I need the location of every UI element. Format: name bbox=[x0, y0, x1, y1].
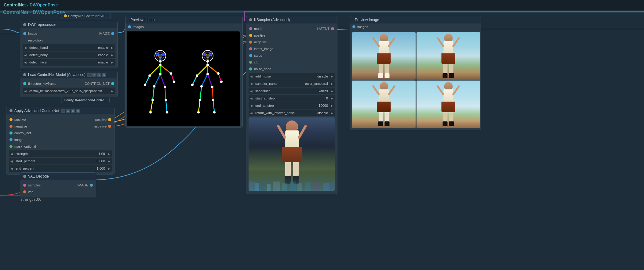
apply-controlnet-dot bbox=[9, 109, 13, 112]
badge-icon-2: A bbox=[92, 73, 96, 77]
sampler-name-right[interactable]: ▶ bbox=[329, 82, 335, 85]
apply-positive-out: positive bbox=[95, 118, 111, 121]
ksampler-dot bbox=[249, 18, 252, 21]
apply-badge-2: A bbox=[66, 109, 70, 113]
load-controlnet-node: Load ControlNet Model (Advanced) ⬛ A C N… bbox=[20, 71, 118, 97]
svg-point-40 bbox=[158, 54, 162, 58]
ksampler-start-at-step[interactable]: ◀ start_at_step 0 ▶ bbox=[249, 95, 335, 102]
svg-point-55 bbox=[196, 74, 198, 77]
detect-body-left-arrow[interactable]: ◀ bbox=[23, 53, 28, 57]
girl-tl-skirt bbox=[377, 53, 391, 64]
detect-hand-value: enable bbox=[94, 46, 109, 49]
model-right-arrow[interactable]: ▶ bbox=[109, 89, 115, 93]
dwpreprocessor-detect-hand[interactable]: ◀ detect_hand enable ▶ bbox=[23, 44, 115, 51]
preview-2-images-label: images bbox=[357, 25, 368, 29]
add-noise-right[interactable]: ▶ bbox=[329, 75, 335, 78]
preview-1-images-port bbox=[128, 25, 131, 28]
svg-point-32 bbox=[151, 99, 154, 101]
start-label: start_percent bbox=[14, 159, 91, 163]
noise-bottom bbox=[249, 182, 335, 191]
detect-face-right-arrow[interactable]: ▶ bbox=[109, 61, 115, 64]
detect-face-value: enable bbox=[94, 60, 109, 64]
start-step-value: 0 bbox=[314, 96, 329, 100]
detect-body-label: detect_body bbox=[28, 53, 94, 57]
noise-svg bbox=[249, 182, 335, 191]
start-right-arrow[interactable]: ▶ bbox=[106, 160, 112, 163]
apply-badge-1: ⬛ bbox=[61, 109, 65, 113]
dwpreprocessor-detect-body[interactable]: ◀ detect_body enable ▶ bbox=[23, 52, 115, 58]
preview-1-title: Preview Image bbox=[130, 18, 155, 22]
ksampler-header: KSampler (Advanced) bbox=[246, 16, 337, 23]
vae-vae-port bbox=[23, 190, 26, 193]
ksampler-positive-row: positive bbox=[246, 32, 337, 39]
svg-point-27 bbox=[170, 72, 172, 75]
dwpreprocessor-resolution-row: resolution bbox=[20, 37, 117, 44]
end-left-arrow[interactable]: ◀ bbox=[9, 167, 14, 170]
scheduler-right[interactable]: ▶ bbox=[329, 89, 335, 93]
end-step-left[interactable]: ◀ bbox=[249, 104, 254, 107]
apply-image-row: image bbox=[6, 136, 114, 143]
return-noise-label: return_with_leftover_noise bbox=[254, 111, 314, 115]
apply-positive-in-port bbox=[9, 118, 13, 121]
vae-decode-title: VAE Decode bbox=[28, 174, 49, 178]
load-controlnet-output: CONTROL_NET bbox=[85, 82, 114, 85]
ksampler-add-noise[interactable]: ◀ add_noise disable ▶ bbox=[249, 73, 335, 80]
ksampler-seed-label: noise_seed bbox=[254, 67, 271, 71]
svg-point-36 bbox=[156, 53, 159, 56]
ksampler-generated-image bbox=[249, 117, 335, 191]
start-left-arrow[interactable]: ◀ bbox=[9, 160, 14, 163]
boot-tl-r bbox=[385, 73, 390, 78]
load-controlnet-model-ctrl[interactable]: ◀ control_net models/control_v11p_sd15_o… bbox=[23, 88, 115, 94]
girl-br-body bbox=[443, 89, 453, 102]
girl-tr-boots bbox=[440, 73, 457, 78]
end-right-arrow[interactable]: ▶ bbox=[106, 167, 112, 170]
comfy-advanced-label1: ComfyUI-Advanced-Contro... bbox=[64, 98, 107, 102]
apply-controlnet-port-label: control_net bbox=[14, 131, 31, 135]
detect-body-right-arrow[interactable]: ▶ bbox=[109, 53, 115, 57]
load-controlnet-badges: ⬛ A C N bbox=[87, 73, 106, 77]
apply-end-ctrl[interactable]: ◀ end_percent 1.000 ▶ bbox=[9, 165, 112, 172]
apply-start-ctrl[interactable]: ◀ start_percent 0.000 ▶ bbox=[9, 158, 112, 164]
preview-1-content bbox=[126, 30, 242, 127]
title-text: ControlNet - DWOpenPose bbox=[4, 2, 58, 7]
strength-right-arrow[interactable]: ▶ bbox=[106, 152, 112, 156]
arm-tl-r bbox=[387, 37, 396, 48]
svg-point-67 bbox=[209, 53, 212, 56]
ksampler-preview-image bbox=[249, 117, 335, 191]
return-noise-right[interactable]: ▶ bbox=[329, 111, 335, 115]
dwpreprocessor-detect-face[interactable]: ◀ detect_face enable ▶ bbox=[23, 59, 115, 66]
detect-hand-right-arrow[interactable]: ▶ bbox=[109, 46, 115, 49]
sampler-name-left[interactable]: ◀ bbox=[249, 82, 254, 85]
return-noise-left[interactable]: ◀ bbox=[249, 111, 254, 115]
svg-point-64 bbox=[197, 111, 200, 113]
group-label: ControlNet - DWOpenPose bbox=[3, 10, 65, 15]
svg-point-60 bbox=[200, 85, 203, 88]
start-step-left[interactable]: ◀ bbox=[249, 97, 254, 100]
svg-rect-81 bbox=[323, 183, 329, 191]
ksampler-title: KSampler (Advanced) bbox=[254, 18, 290, 22]
ksampler-return-noise[interactable]: ◀ return_with_leftover_noise disable ▶ bbox=[249, 110, 335, 116]
end-step-right[interactable]: ▶ bbox=[329, 104, 335, 107]
ksampler-scheduler[interactable]: ◀ scheduler karras ▶ bbox=[249, 88, 335, 94]
svg-rect-73 bbox=[261, 182, 266, 191]
svg-rect-72 bbox=[255, 183, 259, 191]
add-noise-left[interactable]: ◀ bbox=[249, 75, 254, 78]
svg-point-33 bbox=[165, 99, 167, 101]
detect-face-left-arrow[interactable]: ◀ bbox=[23, 61, 28, 64]
apply-strength-ctrl[interactable]: ◀ strength 1.00 ▶ bbox=[9, 150, 112, 157]
svg-rect-76 bbox=[282, 183, 287, 191]
add-noise-label: add_noise bbox=[254, 74, 314, 78]
detect-hand-left-arrow[interactable]: ◀ bbox=[23, 46, 28, 49]
model-left-arrow[interactable]: ◀ bbox=[23, 89, 28, 93]
preview-2-grid bbox=[351, 31, 479, 129]
start-step-right[interactable]: ▶ bbox=[329, 97, 335, 100]
ksampler-sampler-name[interactable]: ◀ sampler_name euler_ancestral ▶ bbox=[249, 80, 335, 87]
ksampler-positive-port bbox=[249, 34, 252, 37]
svg-point-28 bbox=[173, 81, 175, 83]
scheduler-left[interactable]: ◀ bbox=[249, 89, 254, 93]
strength-left-arrow[interactable]: ◀ bbox=[9, 152, 14, 156]
ksampler-cfg-port bbox=[249, 61, 252, 64]
leg-br-r bbox=[449, 112, 453, 121]
leg-tr-r bbox=[449, 64, 453, 73]
ksampler-end-at-step[interactable]: ◀ end_at_step 10000 ▶ bbox=[249, 102, 335, 109]
